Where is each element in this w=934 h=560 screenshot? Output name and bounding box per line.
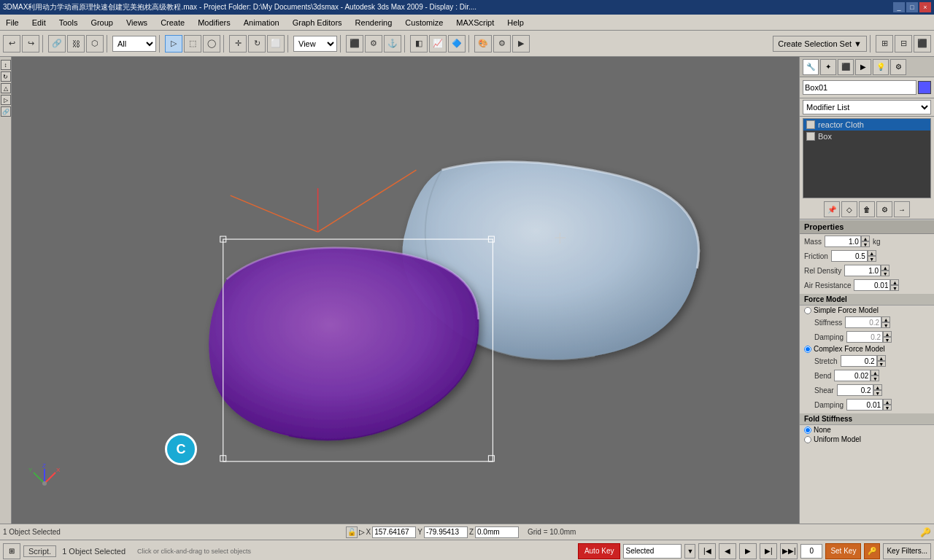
mass-spin-up[interactable]: ▲ [861,236,870,241]
time-controls-icon[interactable]: ⊞ [3,543,20,559]
schematic-view-button[interactable]: 🔷 [448,35,466,52]
stretch-input[interactable] [841,355,877,367]
simple-force-model-radio[interactable] [804,307,811,314]
pin-stack-button[interactable]: 📌 [824,201,840,217]
uniform-model-radio[interactable] [804,436,811,443]
select-region-button[interactable]: ⬚ [184,35,201,52]
menu-tools[interactable]: Tools [55,17,82,28]
damping-s-input[interactable] [846,331,883,343]
material-editor-button[interactable]: 🎨 [474,35,492,52]
display-button[interactable]: ⬛ [914,35,931,52]
viewport-select[interactable]: View [293,36,337,52]
bend-spinner[interactable]: ▲ ▼ [871,370,879,381]
viewport[interactable]: Perspective [12,57,799,524]
motion-tab[interactable]: ▶ [855,59,871,75]
object-color-swatch[interactable] [918,81,931,94]
shear-spinner[interactable]: ▲ ▼ [873,384,882,396]
render-setup-button[interactable]: ⚙ [493,35,511,52]
menu-modifiers[interactable]: Modifiers [193,17,235,28]
maximize-button[interactable]: □ [906,2,918,12]
rel-density-spinner[interactable]: ▲ ▼ [881,265,889,276]
select-link-button[interactable]: 🔗 [48,35,66,52]
menu-help[interactable]: Help [503,17,528,28]
menu-views[interactable]: Views [122,17,152,28]
lt-link[interactable]: 🔗 [1,106,11,117]
y-coord-input[interactable] [424,526,468,538]
utilities-tab[interactable]: ⚙ [890,59,906,75]
menu-edit[interactable]: Edit [28,17,50,28]
mass-input[interactable] [825,236,861,247]
play-button[interactable]: ▶ [739,543,757,559]
modify-tab[interactable]: 🔧 [803,59,819,75]
make-unique-button[interactable]: ◇ [841,201,857,217]
lt-select[interactable]: ▷ [1,95,11,105]
auto-key-button[interactable]: Auto Key [578,543,621,559]
mirror-button[interactable]: ⬛ [346,35,363,52]
render-button[interactable]: ▶ [512,35,530,52]
lt-scale[interactable]: △ [1,83,11,93]
friction-spinner[interactable]: ▲ ▼ [868,250,876,262]
display-tab[interactable]: 💡 [873,59,889,75]
window-controls[interactable]: _ □ × [893,2,931,12]
prev-frame-button[interactable]: ◀ [719,543,736,559]
x-coord-input[interactable] [372,526,416,538]
stretch-spinner[interactable]: ▲ ▼ [877,355,886,367]
modifier-item-reactor-cloth[interactable]: reactor Cloth [803,119,930,131]
complex-force-model-radio[interactable] [804,346,811,353]
selection-filter-select[interactable]: All [112,36,156,52]
menu-animation[interactable]: Animation [239,17,284,28]
stiffness-spinner[interactable]: ▲ ▼ [881,316,890,328]
menu-customize[interactable]: Customize [401,17,447,28]
next-frame-button[interactable]: ▶| [760,543,777,559]
air-resistance-spinner[interactable]: ▲ ▼ [890,279,899,291]
hierarchy-tab[interactable]: ⬛ [838,59,854,75]
z-coord-input[interactable] [475,526,519,538]
menu-graph-editors[interactable]: Graph Editors [288,17,347,28]
friction-spin-down[interactable]: ▼ [868,256,876,262]
set-key-button[interactable]: Set Key [825,543,861,559]
goto-start-button[interactable]: |◀ [698,543,716,559]
minimize-button[interactable]: _ [893,2,905,12]
menu-group[interactable]: Group [86,17,117,28]
frame-input[interactable] [800,544,822,559]
menu-maxscript[interactable]: MAXScript [452,17,498,28]
none-radio[interactable] [804,427,811,434]
friction-input[interactable] [831,250,868,262]
modifier-item-box[interactable]: Box [803,131,930,142]
menu-file[interactable]: File [1,17,23,28]
damping-c-input[interactable] [846,399,883,411]
create-selection-set-button[interactable]: Create Selection Set ▼ [773,36,867,52]
menu-rendering[interactable]: Rendering [351,17,397,28]
bend-input[interactable] [834,370,871,381]
align-view-button[interactable]: ⚓ [384,35,401,52]
set-key-mode-button[interactable]: 🔑 [864,543,880,559]
curve-editor-button[interactable]: 📈 [429,35,447,52]
menu-create[interactable]: Create [156,17,189,28]
create-tab[interactable]: ✦ [820,59,836,75]
air-resistance-input[interactable] [854,279,890,291]
rel-density-input[interactable] [844,265,881,276]
damping-s-spinner[interactable]: ▲ ▼ [883,331,892,343]
reactor-cloth-icon[interactable]: C [165,433,197,465]
layer-manager-button[interactable]: ◧ [410,35,428,52]
close-button[interactable]: × [919,2,931,12]
select-region-circle[interactable]: ◯ [203,35,220,52]
align-button[interactable]: ⚙ [365,35,382,52]
undo-button[interactable]: ↩ [3,35,20,52]
send-to-library[interactable]: → [894,201,910,217]
rotate-button[interactable]: ↻ [248,35,266,52]
friction-spin-up[interactable]: ▲ [868,250,876,256]
unlink-button[interactable]: ⛓ [67,35,85,52]
scale-button[interactable]: ⬜ [267,35,285,52]
mass-spin-down[interactable]: ▼ [861,241,870,247]
shear-input[interactable] [837,384,873,396]
object-name-input[interactable] [803,80,916,95]
named-sel-button[interactable]: ⊞ [876,35,893,52]
move-button[interactable]: ✛ [229,35,247,52]
selected-input[interactable] [623,544,682,559]
lock-button[interactable]: 🔓 [346,526,358,538]
remove-modifier-button[interactable]: 🗑 [859,201,875,217]
damping-c-spinner[interactable]: ▲ ▼ [883,399,892,411]
configure-button[interactable]: ⚙ [876,201,892,217]
mass-spinner[interactable]: ▲ ▼ [861,236,870,247]
